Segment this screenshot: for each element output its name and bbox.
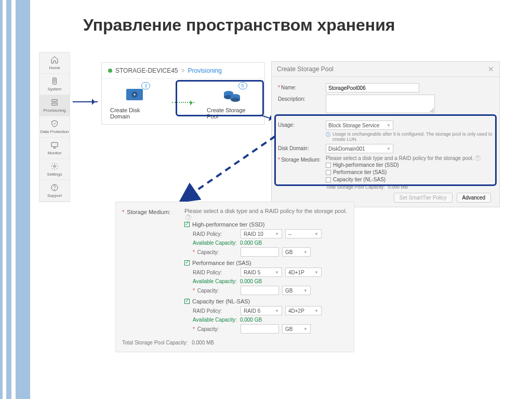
decorative-stripe [16, 0, 30, 399]
chevron-down-icon: ▼ [387, 147, 391, 151]
disk-domain-select[interactable]: DiskDomain001▼ [326, 144, 393, 153]
storage-medium-label: Storage Medium: [281, 157, 321, 163]
raid-layout-select[interactable]: 4D+2P▼ [285, 306, 322, 315]
capacity-input[interactable] [241, 286, 279, 295]
decorative-stripe [6, 0, 11, 399]
sidebar: Home System Provisioning Data Protection… [39, 52, 70, 202]
storage-pool-icon: 5 [220, 85, 243, 104]
create-storage-pool-tile[interactable]: 5 Create Storage Pool [207, 85, 256, 119]
usage-label: Usage: [278, 122, 295, 128]
chevron-down-icon: ▼ [387, 123, 391, 128]
chevron-down-icon: ▼ [314, 309, 318, 313]
capacity-unit-select[interactable]: GB▼ [282, 247, 311, 257]
name-input[interactable] [326, 83, 419, 92]
tile-label: Create Disk Domain [110, 107, 159, 119]
gear-icon [50, 162, 59, 170]
raid-policy-label: RAID Policy: [193, 231, 237, 237]
raid-policy-select[interactable]: RAID 6▼ [241, 306, 282, 315]
slide-title: Управление пространством хранения [83, 16, 395, 35]
raid-policy-select[interactable]: RAID 5▼ [241, 268, 282, 277]
provisioning-panel: STORAGE-DEVICE45 > Provisioning 2 Create… [101, 62, 265, 125]
sidebar-item-settings[interactable]: Settings [39, 159, 70, 180]
tile-label: Create Storage Pool [207, 107, 256, 119]
tier-nlsas-checkbox[interactable]: Capacity tier (NL-SAS) [326, 177, 481, 182]
chevron-down-icon: ▼ [275, 232, 279, 236]
breadcrumb-page[interactable]: Provisioning [188, 67, 222, 74]
capacity-input[interactable] [241, 247, 279, 257]
sidebar-item-monitor[interactable]: Monitor [39, 138, 70, 159]
raid-policy-select[interactable]: RAID 10▼ [241, 229, 282, 238]
svg-point-20 [231, 98, 240, 102]
dialog-title: Create Storage Pool [277, 65, 334, 73]
monitor-icon [50, 141, 59, 149]
chevron-down-icon: ▼ [275, 270, 279, 275]
capacity-unit-select[interactable]: GB▼ [282, 286, 311, 295]
sidebar-item-system[interactable]: System [39, 74, 70, 95]
chevron-down-icon: ▼ [303, 250, 308, 255]
create-disk-domain-tile[interactable]: 2 Create Disk Domain [110, 85, 159, 119]
raid-layout-select[interactable]: 4D+1P▼ [285, 268, 322, 277]
chevron-down-icon: ▼ [314, 232, 318, 236]
sidebar-item-provisioning[interactable]: Provisioning [39, 95, 70, 116]
storage-medium-detail-panel: * Storage Medium: Please select a disk t… [115, 202, 354, 352]
capacity-label: Capacity: [197, 249, 219, 255]
provisioning-icon [50, 98, 59, 107]
arrow-annotation [73, 101, 98, 102]
total-capacity-label: Total Storage Pool Capacity: [122, 340, 188, 345]
capacity-label: Capacity: [197, 288, 219, 294]
usage-select[interactable]: Block Storage Service▼ [326, 121, 393, 130]
description-label: Description: [278, 96, 305, 102]
sidebar-item-support[interactable]: Support [39, 180, 70, 202]
breadcrumb-separator: > [181, 67, 184, 74]
capacity-unit-select[interactable]: GB▼ [282, 324, 311, 334]
flow-arrow-icon [172, 102, 194, 103]
raid-policy-label: RAID Policy: [193, 308, 237, 314]
total-capacity-value: 0.000 MB [192, 340, 214, 345]
breadcrumb: STORAGE-DEVICE45 > Provisioning [102, 63, 264, 79]
sidebar-label: System [48, 87, 62, 91]
help-icon[interactable]: ? [185, 215, 191, 220]
breadcrumb-device[interactable]: STORAGE-DEVICE45 [115, 67, 178, 74]
tier-sas-checkbox[interactable]: Performance tier (SAS) [326, 169, 481, 175]
tier-ssd-checkbox[interactable]: High-performance tier (SSD) [184, 221, 348, 228]
system-icon [50, 77, 59, 85]
info-icon: ⓘ [326, 131, 330, 142]
total-capacity-value: 0.000 MB [388, 184, 408, 190]
svg-point-9 [54, 165, 56, 167]
tier-ssd-checkbox[interactable]: High-performance tier (SSD) [326, 162, 481, 168]
description-input[interactable] [326, 95, 435, 113]
dashed-arrow-annotation [177, 133, 270, 206]
available-capacity-label: Available Capacity: [193, 240, 237, 246]
usage-note: Usage is unchangeable after it is config… [332, 131, 493, 142]
badge: 2 [141, 82, 150, 89]
name-label: Name: [281, 85, 296, 90]
advanced-button[interactable]: Advanced [457, 193, 491, 203]
tier-nlsas-checkbox[interactable]: Capacity tier (NL-SAS) [184, 298, 348, 304]
available-capacity-label: Available Capacity: [193, 278, 237, 284]
storage-medium-label: Storage Medium: [127, 209, 170, 215]
home-icon [50, 56, 59, 64]
tier-sas-checkbox[interactable]: Performance tier (SAS) [184, 260, 348, 266]
chevron-down-icon: ▼ [303, 327, 308, 331]
close-icon[interactable]: ✕ [488, 65, 494, 73]
svg-rect-0 [53, 78, 57, 84]
sidebar-label: Settings [47, 172, 62, 177]
sidebar-label: Home [49, 65, 60, 70]
capacity-input[interactable] [241, 324, 279, 334]
shield-icon [50, 119, 59, 128]
create-storage-pool-dialog: Create Storage Pool ✕ *Name: Description… [271, 61, 500, 207]
available-capacity-value: 0.000 GB [240, 278, 262, 284]
help-icon[interactable]: ? [475, 155, 481, 161]
set-smarttier-button[interactable]: Set SmartTier Policy [394, 193, 453, 203]
medium-instruction: Please select a disk type and a RAID pol… [184, 208, 347, 214]
sidebar-item-home[interactable]: Home [39, 52, 70, 74]
chevron-down-icon: ▼ [314, 270, 318, 275]
available-capacity-value: 0.000 GB [240, 317, 262, 323]
sidebar-label: Data Protection [40, 129, 69, 134]
raid-layout-select[interactable]: --▼ [285, 229, 322, 238]
svg-line-21 [182, 136, 275, 201]
svg-rect-4 [52, 100, 58, 102]
chevron-down-icon: ▼ [303, 288, 308, 293]
svg-rect-5 [52, 103, 58, 105]
sidebar-item-data-protection[interactable]: Data Protection [39, 116, 70, 138]
